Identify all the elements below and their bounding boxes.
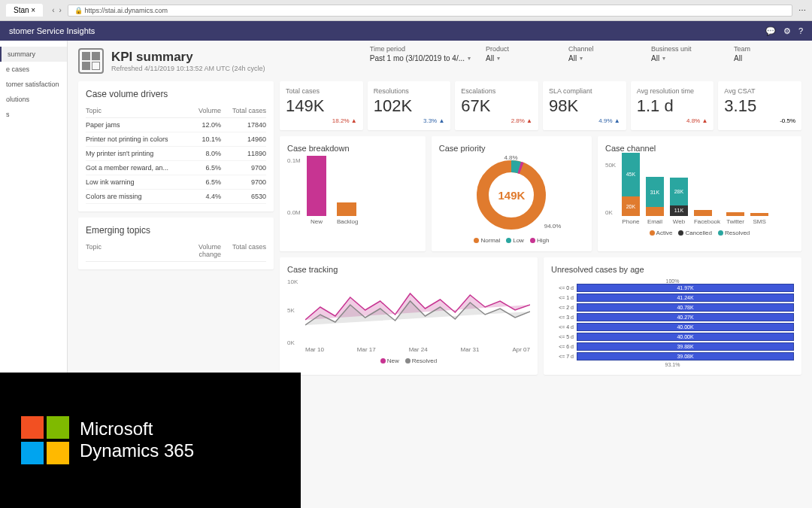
page-header: KPI summary Refreshed 4/11/2019 10:13:52… <box>68 41 276 81</box>
table-header: TopicVolume changeTotal cases <box>86 240 266 262</box>
hbar-row: <= 3 d40.27K <box>551 313 794 321</box>
case-priority-chart: Case priority 149K 4.8% 94.0% <box>432 136 592 251</box>
filter-channel[interactable]: Channel All▾ <box>568 45 636 62</box>
close-icon[interactable]: × <box>31 6 35 14</box>
sidebar-item-cases[interactable]: e cases <box>0 62 67 77</box>
chevron-down-icon: ▾ <box>497 55 500 62</box>
emerging-topics-card: Emerging topics TopicVolume changeTotal … <box>78 217 274 269</box>
hbar-row: <= 4 d40.00K <box>551 323 794 331</box>
filter-product[interactable]: Product All▾ <box>486 45 553 62</box>
browser-tab[interactable]: Stan × <box>6 4 43 17</box>
kpi-card: Avg resolution time1.1 d4.8% ▲ <box>631 81 714 130</box>
bar-new <box>307 156 326 216</box>
forward-icon[interactable]: › <box>59 6 62 14</box>
case-tracking-chart: Case tracking 10K 5K 0K Mar 10Mar 17Mar … <box>280 257 538 375</box>
stack-bar <box>694 210 712 216</box>
hbar-row: <= 1 d41.24K <box>551 294 794 302</box>
page-subtitle: Refreshed 4/11/2019 10:13:52 AM UTC (24h… <box>111 65 265 72</box>
hbar-row: <= 6 d39.88K <box>551 342 794 351</box>
help-icon[interactable]: ? <box>798 26 803 36</box>
kpi-card: SLA compliant98K4.9% ▲ <box>543 81 626 130</box>
legend: Active Cancelled Resolved <box>605 230 794 236</box>
branding-overlay: Microsoft Dynamics 365 <box>0 373 301 508</box>
microsoft-logo-icon <box>21 416 69 464</box>
browser-chrome: Stan × ‹ › 🔒 https://stai.ai.dynamics.co… <box>0 0 812 21</box>
donut-chart: 149K 4.8% 94.0% <box>474 157 549 233</box>
table-row[interactable]: My printer isn't printing8.0%11890 <box>86 147 266 161</box>
stack-bar <box>726 212 744 216</box>
hbar-row: <= 0 d41.97K <box>551 284 794 292</box>
unresolved-cases-chart: Unresolved cases by age 100% <= 0 d41.97… <box>544 257 801 375</box>
sidebar-item-summary[interactable]: summary <box>0 47 67 62</box>
table-row[interactable]: Low ink warning6.5%9700 <box>86 175 266 190</box>
filter-time-period[interactable]: Time period Past 1 mo (3/10/2019 to 4/..… <box>370 45 471 62</box>
card-title: Emerging topics <box>86 225 266 236</box>
url-bar[interactable]: 🔒 https://stai.ai.dynamics.com <box>68 5 792 17</box>
chevron-down-icon: ▾ <box>662 55 665 62</box>
bar-backlog <box>337 202 356 216</box>
kpi-card: Escalations67K2.8% ▲ <box>455 81 538 130</box>
chevron-down-icon: ▾ <box>468 55 471 62</box>
stack-bar: 31K <box>646 177 664 216</box>
hbar-row: <= 2 d40.78K <box>551 303 794 312</box>
hbar-row: <= 7 d39.08K <box>551 352 794 360</box>
page-title: KPI summary <box>111 50 265 65</box>
table-row[interactable]: Printer not printing in colors10.1%14960 <box>86 132 266 147</box>
app-header: stomer Service Insights 💬 ⚙ ? <box>0 21 812 41</box>
table-row[interactable]: Colors are missing4.4%6530 <box>86 190 266 204</box>
kpi-card: Total cases149K18.2% ▲ <box>280 81 363 130</box>
case-breakdown-chart: Case breakdown 0.1M 0.0M New Backlog <box>280 136 426 251</box>
table-row[interactable]: Paper jams12.0%17840 <box>86 118 266 132</box>
table-header: TopicVolumeTotal cases <box>86 104 266 118</box>
x-axis: Mar 10Mar 17Mar 24Mar 31Apr 07 <box>287 346 530 353</box>
card-title: Case volume drivers <box>86 89 266 99</box>
stack-bar: 11K28K <box>670 178 688 216</box>
legend: New Resolved <box>287 357 530 364</box>
stack-bar: 20K45K <box>622 153 640 217</box>
sidebar-item-csat[interactable]: tomer satisfaction <box>0 77 67 92</box>
back-icon[interactable]: ‹ <box>52 6 54 14</box>
sidebar-item-other[interactable]: s <box>0 107 67 122</box>
branding-text: Microsoft Dynamics 365 <box>80 418 194 462</box>
app-title: stomer Service Insights <box>9 26 95 35</box>
gear-icon[interactable]: ⚙ <box>783 26 791 36</box>
legend: Normal Low High <box>474 237 549 244</box>
table-row[interactable]: Got a member reward, an...6.5%9700 <box>86 161 266 175</box>
case-volume-drivers-card: Case volume drivers TopicVolumeTotal cas… <box>78 81 274 211</box>
browser-menu-icon[interactable]: ⋯ <box>798 6 806 14</box>
line-svg <box>305 278 530 339</box>
chat-icon[interactable]: 💬 <box>765 26 776 36</box>
sidebar-item-resolutions[interactable]: olutions <box>0 92 67 107</box>
dashboard-icon <box>78 48 104 74</box>
kpi-card: Resolutions102K3.3% ▲ <box>368 81 451 130</box>
filter-bar: Time period Past 1 mo (3/10/2019 to 4/..… <box>359 41 812 67</box>
case-channel-chart: Case channel 50K 0K 20K45KPhone31KEmail1… <box>598 136 801 251</box>
kpi-card: Avg CSAT3.15-0.5% <box>718 81 801 130</box>
stack-bar <box>750 213 768 216</box>
hbar-row: <= 5 d40.00K <box>551 333 794 341</box>
kpi-row: Total cases149K18.2% ▲Resolutions102K3.3… <box>280 81 801 130</box>
filter-team[interactable]: Team All <box>734 45 801 62</box>
chevron-down-icon: ▾ <box>580 55 583 62</box>
filter-business-unit[interactable]: Business unit All▾ <box>651 45 719 62</box>
